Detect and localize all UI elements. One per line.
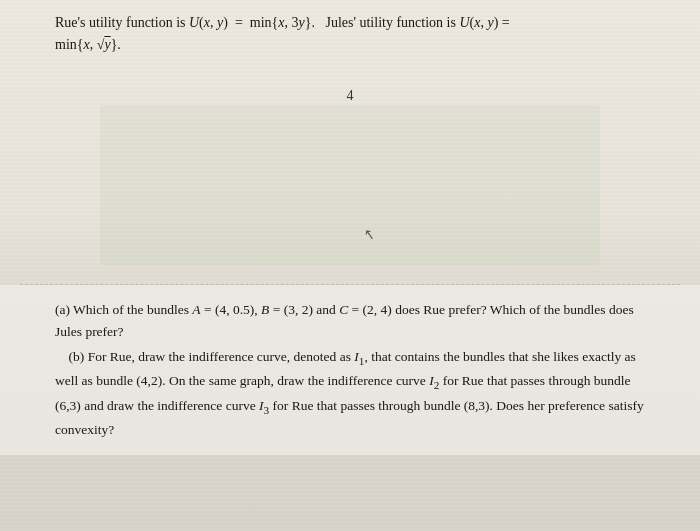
question-part-a: (a) Which of the bundles A = (4, 0.5), B… <box>55 299 645 342</box>
function-label-2: function <box>396 15 443 30</box>
cursor-indicator <box>364 224 376 240</box>
part-a-label: (a) <box>55 302 70 317</box>
page-number: 4 <box>347 85 354 106</box>
intro-line2: min{x, √y}. <box>55 37 121 52</box>
background-tint <box>100 105 600 265</box>
intro-line1: Rue's utility function is U(x, y) = min{… <box>55 15 510 30</box>
rue-utility-func: U <box>189 15 199 30</box>
bottom-section: (a) Which of the bundles A = (4, 0.5), B… <box>0 285 700 454</box>
intro-text: Rue's utility function is U(x, y) = min{… <box>55 12 645 55</box>
page-container: Rue's utility function is U(x, y) = min{… <box>0 0 700 531</box>
question-block: (a) Which of the bundles A = (4, 0.5), B… <box>55 299 645 440</box>
function-label-1: function <box>126 15 173 30</box>
part-b-label: (b) <box>69 349 85 364</box>
top-section: Rue's utility function is U(x, y) = min{… <box>0 0 700 65</box>
middle-section: 4 <box>0 65 700 285</box>
question-part-b: (b) For Rue, draw the indifference curve… <box>55 346 645 441</box>
